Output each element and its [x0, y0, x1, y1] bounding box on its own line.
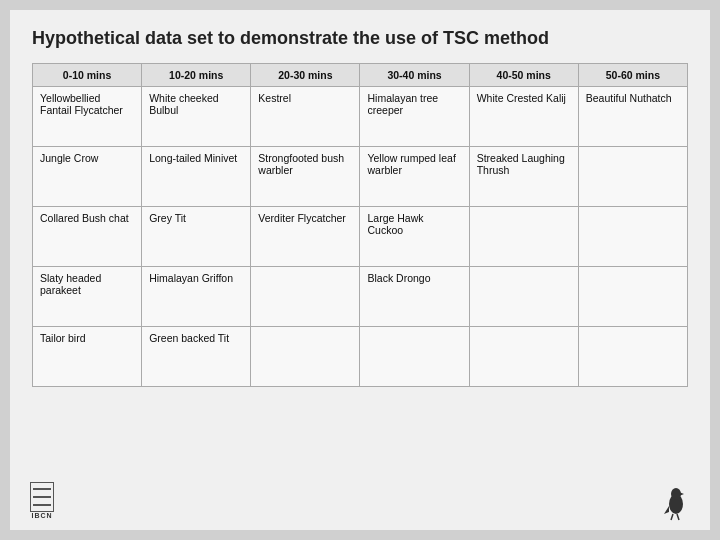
table-cell: Verditer Flycatcher [251, 207, 360, 267]
table-cell: Black Drongo [360, 267, 469, 327]
table-header-cell: 0-10 mins [33, 64, 142, 87]
table-header-row: 0-10 mins10-20 mins20-30 mins30-40 mins4… [33, 64, 688, 87]
table-cell: White cheeked Bulbul [142, 87, 251, 147]
table-cell: Collared Bush chat [33, 207, 142, 267]
table-cell: Himalayan Griffon [142, 267, 251, 327]
slide-title: Hypothetical data set to demonstrate the… [32, 28, 688, 49]
table-cell [469, 267, 578, 327]
table-cell: Grey Tit [142, 207, 251, 267]
ibcn-logo: IBCN [28, 480, 56, 520]
table-cell: Long-tailed Minivet [142, 147, 251, 207]
data-table: 0-10 mins10-20 mins20-30 mins30-40 mins4… [32, 63, 688, 387]
table-row: Yellowbellied Fantail FlycatcherWhite ch… [33, 87, 688, 147]
table-cell: Tailor bird [33, 327, 142, 387]
bird-logo [660, 484, 692, 522]
table-header-cell: 20-30 mins [251, 64, 360, 87]
svg-line-4 [677, 514, 679, 520]
table-cell: Yellow rumped leaf warbler [360, 147, 469, 207]
table-header-cell: 30-40 mins [360, 64, 469, 87]
svg-line-3 [671, 514, 673, 520]
table-header-cell: 10-20 mins [142, 64, 251, 87]
table-cell: White Crested Kalij [469, 87, 578, 147]
table-cell [578, 147, 687, 207]
table-cell: Slaty headed parakeet [33, 267, 142, 327]
table-row: Jungle CrowLong-tailed MinivetStrongfoot… [33, 147, 688, 207]
slide: Hypothetical data set to demonstrate the… [10, 10, 710, 530]
table-cell: Green backed Tit [142, 327, 251, 387]
table-cell: Streaked Laughing Thrush [469, 147, 578, 207]
table-cell [578, 327, 687, 387]
table-cell [469, 327, 578, 387]
table-cell: Yellowbellied Fantail Flycatcher [33, 87, 142, 147]
table-cell: Himalayan tree creeper [360, 87, 469, 147]
table-cell: Large Hawk Cuckoo [360, 207, 469, 267]
table-cell [469, 207, 578, 267]
table-row: Slaty headed parakeetHimalayan GriffonBl… [33, 267, 688, 327]
table-cell [251, 267, 360, 327]
table-cell [578, 207, 687, 267]
table-header-cell: 40-50 mins [469, 64, 578, 87]
table-cell: Jungle Crow [33, 147, 142, 207]
table-row: Collared Bush chatGrey TitVerditer Flyca… [33, 207, 688, 267]
table-row: Tailor birdGreen backed Tit [33, 327, 688, 387]
svg-marker-2 [679, 492, 684, 496]
table-cell [251, 327, 360, 387]
table-header-cell: 50-60 mins [578, 64, 687, 87]
table-cell [360, 327, 469, 387]
table-cell: Beautiful Nuthatch [578, 87, 687, 147]
table-cell: Strongfooted bush warbler [251, 147, 360, 207]
table-cell [578, 267, 687, 327]
table-cell: Kestrel [251, 87, 360, 147]
svg-marker-5 [664, 506, 669, 514]
